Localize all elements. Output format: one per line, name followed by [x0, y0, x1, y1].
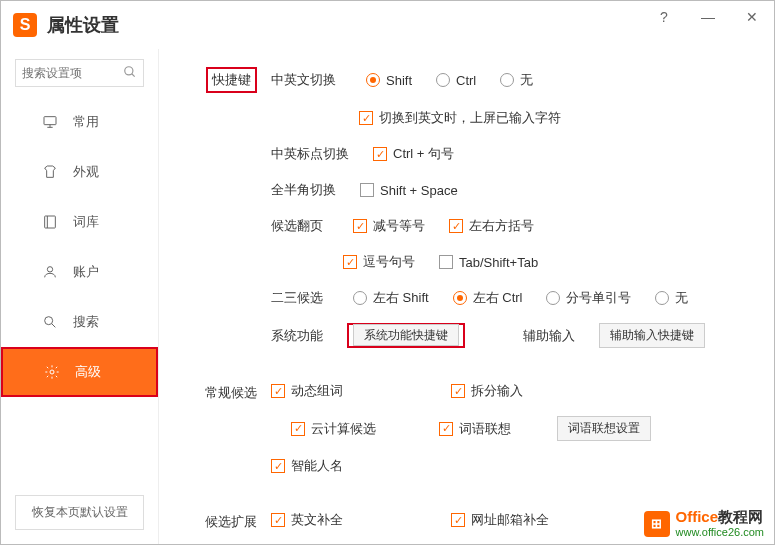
svg-point-10 [50, 370, 54, 374]
svg-point-8 [45, 317, 53, 325]
sidebar-item-advanced[interactable]: 高级 [1, 347, 158, 397]
watermark-url: www.office26.com [676, 526, 764, 538]
gear-icon [43, 363, 61, 381]
punct-switch-label: 中英标点切换 [271, 145, 349, 163]
sidebar-item-label: 常用 [73, 113, 99, 131]
watermark-icon: ⊞ [644, 511, 670, 537]
auxinput-label: 辅助输入 [523, 327, 575, 345]
section-common: 常规候选 [183, 384, 257, 402]
sidebar-item-account[interactable]: 账户 [1, 247, 158, 297]
chk-tab[interactable]: ✓Tab/Shift+Tab [439, 255, 538, 270]
svg-rect-5 [45, 216, 56, 228]
sidebar-item-label: 外观 [73, 163, 99, 181]
radio-none2[interactable]: 无 [655, 289, 688, 307]
sidebar-item-label: 词库 [73, 213, 99, 231]
sidebar-item-label: 搜索 [73, 313, 99, 331]
minimize-button[interactable]: — [686, 1, 730, 33]
radio-lr-ctrl[interactable]: 左右 Ctrl [453, 289, 523, 307]
auxinput-hotkey-button[interactable]: 辅助输入快捷键 [599, 323, 705, 348]
section-expand: 候选扩展 [183, 513, 257, 531]
chk-cloud[interactable]: ✓云计算候选 [291, 420, 411, 438]
watermark: ⊞ Office教程网 www.office26.com [644, 509, 764, 538]
chk-name[interactable]: ✓智能人名 [271, 457, 343, 475]
svg-point-0 [125, 66, 133, 74]
sidebar-item-label: 高级 [75, 363, 101, 381]
chk-assoc[interactable]: ✓词语联想 [439, 420, 529, 438]
sidebar-item-common[interactable]: 常用 [1, 97, 158, 147]
app-logo: S [13, 13, 37, 37]
search-icon [123, 65, 137, 82]
shirt-icon [41, 163, 59, 181]
restore-defaults-button[interactable]: 恢复本页默认设置 [15, 495, 144, 530]
monitor-icon [41, 113, 59, 131]
chk-url[interactable]: ✓网址邮箱补全 [451, 511, 549, 529]
book-icon [41, 213, 59, 231]
svg-line-9 [52, 324, 56, 328]
chk-split[interactable]: ✓拆分输入 [451, 382, 523, 400]
help-button[interactable]: ? [642, 1, 686, 33]
page-flip-label: 候选翻页 [271, 217, 329, 235]
search-nav-icon [41, 313, 59, 331]
search-input[interactable] [22, 66, 123, 80]
search-input-wrap[interactable] [15, 59, 144, 87]
radio-shift[interactable]: Shift [366, 73, 412, 88]
chk-minus-equal[interactable]: ✓减号等号 [353, 217, 425, 235]
radio-ctrl[interactable]: Ctrl [436, 73, 476, 88]
radio-lr-shift[interactable]: 左右 Shift [353, 289, 429, 307]
chk-brackets[interactable]: ✓左右方括号 [449, 217, 534, 235]
chk-ctrl-period[interactable]: ✓Ctrl + 句号 [373, 145, 454, 163]
full-half-label: 全半角切换 [271, 181, 336, 199]
section-hotkey: 快捷键 [206, 67, 257, 93]
svg-line-1 [132, 73, 135, 76]
svg-rect-2 [44, 117, 56, 125]
sidebar-item-dict[interactable]: 词库 [1, 197, 158, 247]
close-button[interactable]: ✕ [730, 1, 774, 33]
radio-none[interactable]: 无 [500, 71, 533, 89]
sysfunc-label: 系统功能 [271, 327, 323, 345]
chk-comma-period[interactable]: ✓逗号句号 [343, 253, 415, 271]
user-icon [41, 263, 59, 281]
radio-semi-quote[interactable]: 分号单引号 [546, 289, 631, 307]
chk-dynamic[interactable]: ✓动态组词 [271, 382, 411, 400]
assoc-settings-button[interactable]: 词语联想设置 [557, 416, 651, 441]
cn-en-switch-label: 中英文切换 [271, 71, 336, 89]
chk-shift-space[interactable]: ✓Shift + Space [360, 183, 458, 198]
sysfunc-hotkey-button[interactable]: 系统功能快捷键 [353, 324, 459, 346]
chk-english[interactable]: ✓英文补全 [271, 511, 411, 529]
window-title: 属性设置 [47, 13, 119, 37]
sidebar-item-appearance[interactable]: 外观 [1, 147, 158, 197]
chk-commit-chars[interactable]: ✓切换到英文时，上屏已输入字符 [359, 109, 561, 127]
svg-point-7 [47, 267, 52, 272]
cand23-label: 二三候选 [271, 289, 329, 307]
sidebar-item-label: 账户 [73, 263, 99, 281]
sidebar-item-search[interactable]: 搜索 [1, 297, 158, 347]
